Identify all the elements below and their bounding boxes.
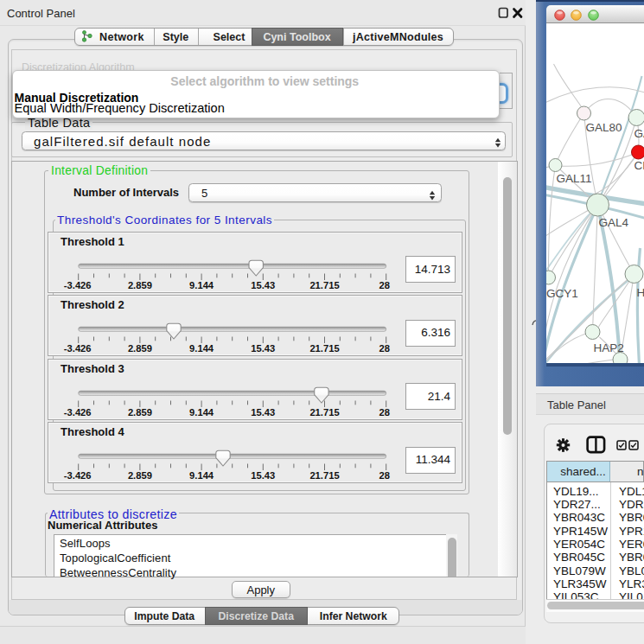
svg-text:21.715: 21.715 [310,407,340,418]
svg-text:HIS: HIS [636,286,644,299]
svg-text:9.144: 9.144 [189,470,214,481]
svg-text:21.715: 21.715 [310,470,340,481]
svg-text:15.43: 15.43 [252,280,276,290]
svg-text:GAL80: GAL80 [585,121,622,134]
svg-text:HAP2: HAP2 [593,341,623,354]
svg-text:9.144: 9.144 [189,407,214,418]
svg-text:9.144: 9.144 [189,343,214,354]
svg-text:GCY1: GCY1 [546,287,578,300]
svg-text:2.859: 2.859 [128,280,152,290]
svg-text:28: 28 [379,407,390,418]
svg-text:-3.426: -3.426 [64,280,92,290]
svg-text:-3.426: -3.426 [64,470,92,481]
svg-text:21.715: 21.715 [310,280,340,290]
svg-text:15.43: 15.43 [252,343,276,354]
svg-text:2.859: 2.859 [128,470,152,481]
svg-text:21.715: 21.715 [310,343,340,354]
svg-text:CR: CR [634,159,644,172]
svg-text:-3.426: -3.426 [64,407,92,418]
svg-text:28: 28 [379,343,390,354]
svg-text:GAL: GAL [634,127,644,140]
svg-text:28: 28 [379,280,390,290]
svg-text:2.859: 2.859 [128,343,152,354]
svg-text:GAL4: GAL4 [598,216,628,229]
svg-text:9.144: 9.144 [189,280,214,290]
svg-text:2.859: 2.859 [128,407,152,418]
svg-text:GAL11: GAL11 [556,172,591,185]
svg-text:15.43: 15.43 [252,407,276,418]
svg-text:15.43: 15.43 [252,470,276,481]
svg-text:-3.426: -3.426 [64,343,92,354]
svg-text:28: 28 [379,470,390,481]
